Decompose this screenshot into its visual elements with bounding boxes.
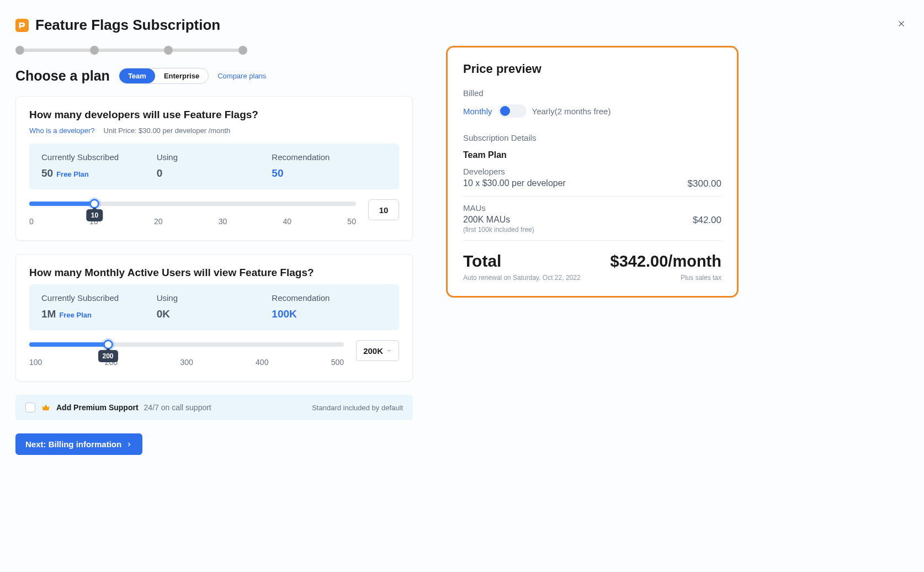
- renewal-note: Auto renewal on Saturday, Oct 22, 2022: [463, 274, 581, 282]
- recommendation-label: Recomendation: [272, 293, 387, 303]
- subscription-details-heading: Subscription Details: [463, 133, 721, 142]
- price-preview-panel: Price preview Billed Monthly Yearly(2 mo…: [446, 46, 739, 298]
- premium-checkbox[interactable]: [25, 402, 35, 412]
- chevron-down-icon: [386, 348, 392, 353]
- maus-line-desc: 200K MAUs (first 100k included free): [463, 215, 534, 234]
- progress-stepper: [15, 46, 247, 55]
- step-dot: [164, 46, 173, 55]
- crown-icon: [41, 402, 51, 412]
- step-line: [99, 49, 164, 52]
- product-logo-icon: [15, 19, 29, 32]
- page-title-row: Feature Flags Subscription: [15, 17, 220, 34]
- enterprise-segment[interactable]: Enterprise: [155, 68, 208, 83]
- tax-note: Plus sales tax: [681, 274, 721, 282]
- currently-plan: Free Plan: [59, 311, 92, 319]
- mau-slider[interactable]: 200 100 200 300 400 500: [29, 340, 344, 367]
- maus-line-label: MAUs: [463, 203, 721, 213]
- currently-label: Currently Subscribed: [41, 152, 157, 162]
- premium-note: Standard included by default: [312, 404, 403, 412]
- step-line: [173, 49, 238, 52]
- monthly-option[interactable]: Monthly: [463, 107, 492, 116]
- slider-tick: 20: [154, 217, 163, 226]
- mau-value-select[interactable]: 200K: [356, 340, 399, 361]
- slider-tick: 40: [283, 217, 292, 226]
- next-button[interactable]: Next: Billing information: [15, 433, 142, 455]
- developers-card: How many developers will use Feature Fla…: [15, 96, 413, 241]
- using-label: Using: [157, 152, 272, 162]
- compare-plans-link[interactable]: Compare plans: [217, 72, 266, 80]
- total-amount: $342.00/month: [610, 252, 721, 271]
- recommendation-value: 50: [272, 167, 387, 179]
- using-value: 0K: [157, 308, 272, 320]
- developers-heading: How many developers will use Feature Fla…: [29, 109, 399, 121]
- plan-type-toggle[interactable]: Team Enterprise: [119, 68, 209, 84]
- premium-support-row: Add Premium Support 24/7 on call support…: [15, 395, 413, 420]
- maus-line-amount: $42.00: [693, 215, 721, 226]
- maus-line-note: (first 100k included free): [463, 226, 534, 234]
- slider-tick: 100: [29, 358, 42, 367]
- currently-value: 1MFree Plan: [41, 308, 157, 320]
- mau-card: How many Monthly Active Users will view …: [15, 254, 413, 382]
- plan-name: Team Plan: [463, 150, 721, 160]
- recommendation-label: Recomendation: [272, 152, 387, 162]
- total-label: Total: [463, 252, 501, 271]
- premium-subtitle: 24/7 on call support: [144, 403, 211, 412]
- developers-line-amount: $300.00: [688, 178, 721, 189]
- choose-plan-heading: Choose a plan: [15, 68, 110, 84]
- developers-line-label: Developers: [463, 167, 721, 176]
- step-dot: [15, 46, 24, 55]
- slider-tick: 50: [347, 217, 356, 226]
- step-dot: [90, 46, 99, 55]
- developers-line-desc: 10 x $30.00 per developer: [463, 178, 566, 188]
- billed-label: Billed: [463, 88, 721, 98]
- currently-plan: Free Plan: [56, 170, 89, 178]
- using-value: 0: [157, 167, 272, 179]
- currently-value: 50Free Plan: [41, 167, 157, 179]
- recommendation-value: 100K: [272, 308, 387, 320]
- slider-tick: 400: [256, 358, 268, 367]
- price-preview-heading: Price preview: [463, 62, 721, 76]
- currently-label: Currently Subscribed: [41, 293, 157, 303]
- mau-heading: How many Monthly Active Users will view …: [29, 267, 399, 279]
- premium-title: Add Premium Support: [56, 403, 139, 412]
- page-title: Feature Flags Subscription: [35, 17, 220, 34]
- step-line: [24, 49, 90, 52]
- billing-switch[interactable]: [498, 104, 527, 118]
- slider-value-badge: 200: [98, 350, 118, 362]
- mau-stats: Currently Subscribed 1MFree Plan Using 0…: [29, 284, 399, 330]
- slider-tick: 0: [29, 217, 34, 226]
- team-segment[interactable]: Team: [119, 68, 155, 83]
- slider-tick: 500: [331, 358, 344, 367]
- slider-tick: 30: [219, 217, 227, 226]
- slider-value-badge: 10: [87, 209, 103, 221]
- unit-price-text: Unit Price: $30.00 per developer /month: [104, 126, 231, 135]
- step-dot: [238, 46, 247, 55]
- developers-slider[interactable]: 10 0 10 20 30 40 50: [29, 199, 356, 226]
- yearly-option[interactable]: Yearly(2 months free): [532, 107, 611, 116]
- using-label: Using: [157, 293, 272, 303]
- developers-value-input[interactable]: 10: [368, 199, 399, 220]
- who-is-developer-link[interactable]: Who is a developer?: [29, 126, 95, 135]
- developers-stats: Currently Subscribed 50Free Plan Using 0…: [29, 144, 399, 189]
- slider-tick: 300: [180, 358, 193, 367]
- chevron-right-icon: [126, 441, 132, 448]
- close-button[interactable]: [894, 17, 909, 33]
